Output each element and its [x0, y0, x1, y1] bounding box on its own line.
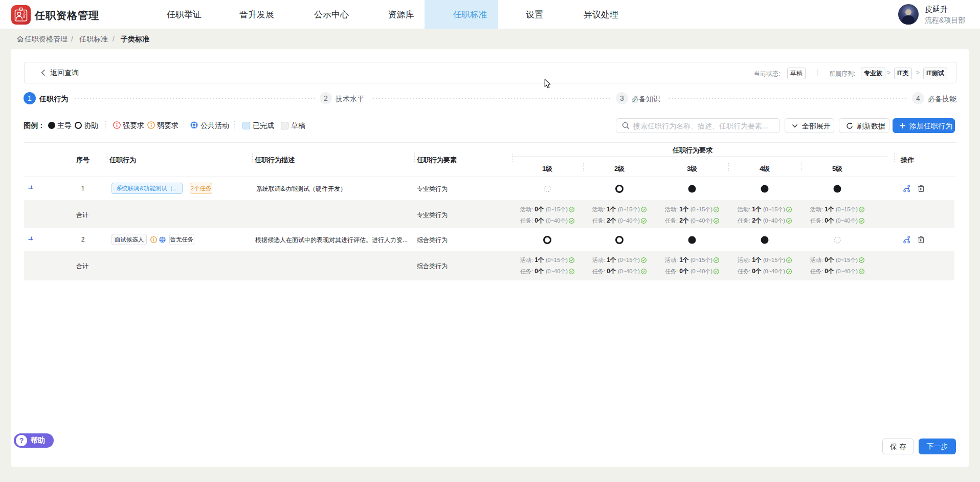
svg-text:RQM: RQM — [23, 11, 26, 18]
